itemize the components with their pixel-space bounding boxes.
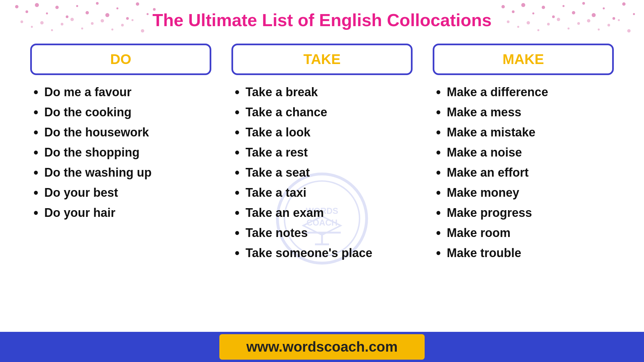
list-item: Take notes bbox=[235, 226, 409, 240]
title-text-pink: The Ultimate List of English Collocation… bbox=[152, 10, 491, 30]
do-list: Do me a favour Do the cooking Do the hou… bbox=[30, 85, 211, 220]
list-item: Do the washing up bbox=[34, 166, 208, 180]
list-item: Make trouble bbox=[436, 246, 610, 260]
page-title: The Ultimate List of English Collocation… bbox=[0, 0, 644, 37]
footer-bar: www.wordscoach.com bbox=[0, 332, 644, 362]
list-item: Make room bbox=[436, 226, 610, 240]
make-list: Make a difference Make a mess Make a mis… bbox=[433, 85, 614, 260]
list-item: Make a difference bbox=[436, 85, 610, 99]
list-item: Take a look bbox=[235, 125, 409, 139]
list-item: Take a chance bbox=[235, 105, 409, 119]
do-header-label: DO bbox=[110, 51, 131, 67]
list-item: Do your hair bbox=[34, 206, 208, 220]
list-item: Take a taxi bbox=[235, 186, 409, 200]
list-item: Do your best bbox=[34, 186, 208, 200]
list-item: Make a mistake bbox=[436, 125, 610, 139]
list-item: Take a rest bbox=[235, 145, 409, 160]
footer-url: www.wordscoach.com bbox=[246, 339, 397, 355]
take-column: TAKE Take a break Take a chance Take a l… bbox=[231, 44, 413, 266]
columns-wrapper: DO Do me a favour Do the cooking Do the … bbox=[0, 37, 644, 266]
list-item: Make a noise bbox=[436, 145, 610, 160]
take-header: TAKE bbox=[231, 44, 413, 75]
list-item: Make a mess bbox=[436, 105, 610, 119]
list-item: Make money bbox=[436, 186, 610, 200]
list-item: Do the shopping bbox=[34, 145, 208, 160]
footer-url-box: www.wordscoach.com bbox=[219, 334, 424, 360]
list-item: Make an effort bbox=[436, 166, 610, 180]
do-header: DO bbox=[30, 44, 211, 75]
make-header-label: MAKE bbox=[502, 51, 544, 67]
list-item: Do me a favour bbox=[34, 85, 208, 99]
take-list: Take a break Take a chance Take a look T… bbox=[231, 85, 413, 260]
list-item: Take someone's place bbox=[235, 246, 409, 260]
list-item: Take a break bbox=[235, 85, 409, 99]
take-header-label: TAKE bbox=[303, 51, 340, 67]
list-item: Take an exam bbox=[235, 206, 409, 220]
list-item: Make progress bbox=[436, 206, 610, 220]
list-item: Take a seat bbox=[235, 166, 409, 180]
do-column: DO Do me a favour Do the cooking Do the … bbox=[30, 44, 211, 226]
list-item: Do the housework bbox=[34, 125, 208, 139]
make-header: MAKE bbox=[433, 44, 614, 75]
list-item: Do the cooking bbox=[34, 105, 208, 119]
make-column: MAKE Make a difference Make a mess Make … bbox=[433, 44, 614, 266]
